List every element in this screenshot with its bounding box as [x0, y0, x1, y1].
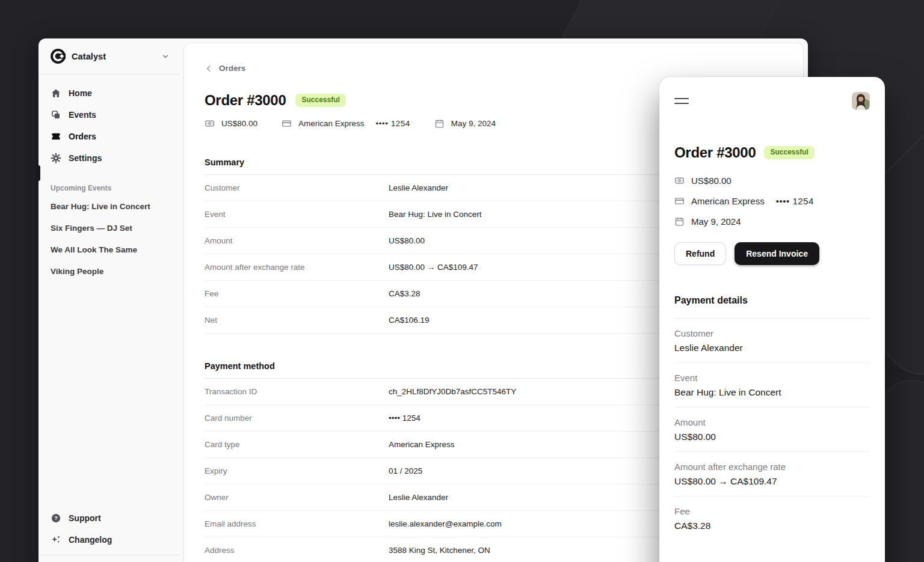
row-label: Amount	[674, 417, 870, 427]
sidebar-item-settings[interactable]: Settings	[46, 148, 173, 168]
breadcrumb[interactable]: Orders	[205, 64, 779, 73]
status-badge: Successful	[295, 94, 345, 106]
gear-icon	[51, 153, 61, 163]
user-menu[interactable]: Erica erica@example.com	[38, 555, 180, 562]
order-meta-list: US$80.00 American Express •••• 1254 May …	[674, 176, 870, 227]
banknote-icon	[205, 118, 215, 129]
order-amount: US$80.00	[221, 119, 257, 128]
row-label: Event	[205, 210, 389, 219]
payment-details-row: Amount US$80.00	[674, 408, 870, 452]
payment-details-row: Event Bear Hug: Live in Concert	[674, 363, 870, 408]
order-date: May 9, 2024	[451, 119, 496, 128]
team-switcher[interactable]: Catalyst	[38, 38, 180, 75]
payment-details-row: Customer Leslie Alexander	[674, 319, 870, 363]
sidebar-event-link[interactable]: Viking People	[46, 261, 173, 281]
menu-icon[interactable]	[674, 94, 689, 108]
order-amount-meta: US$80.00	[674, 176, 870, 186]
sidebar-item-label: Support	[69, 513, 101, 523]
banknote-icon	[674, 176, 685, 186]
svg-text:?: ?	[54, 515, 58, 521]
credit-card-icon	[282, 118, 292, 129]
active-nav-indicator	[38, 165, 40, 181]
events-icon	[51, 109, 61, 120]
row-label: Transaction ID	[205, 387, 389, 396]
sidebar-event-link[interactable]: We All Look The Same	[46, 239, 173, 260]
card-last4: •••• 1254	[376, 119, 410, 128]
row-label: Owner	[205, 493, 389, 502]
row-value: US$80.00 → CA$109.47	[674, 476, 870, 487]
row-label: Address	[205, 546, 389, 555]
row-label: Card type	[205, 440, 389, 449]
order-date: May 9, 2024	[691, 216, 741, 227]
order-card-meta: American Express •••• 1254	[674, 196, 870, 206]
credit-card-icon	[674, 196, 685, 206]
team-name: Catalyst	[72, 52, 106, 61]
page-title: Order #3000	[674, 144, 756, 161]
sidebar-item-label: Orders	[69, 132, 96, 141]
sidebar-item-label: Settings	[69, 153, 102, 163]
row-value: CA$3.28	[674, 521, 870, 531]
breadcrumb-label[interactable]: Orders	[219, 64, 245, 73]
row-label: Fee	[674, 506, 870, 516]
sidebar-item-label: Changelog	[69, 535, 112, 545]
order-card-meta: American Express •••• 1254	[282, 118, 410, 129]
question-circle-icon: ?	[51, 513, 61, 524]
row-value: US$80.00	[674, 432, 870, 442]
sidebar: Catalyst Home Events	[38, 38, 180, 562]
sidebar-item-label: Home	[69, 88, 92, 98]
status-badge: Successful	[764, 146, 814, 159]
row-label: Email address	[205, 519, 389, 528]
order-amount-meta: US$80.00	[205, 118, 257, 129]
payment-details-row: Fee CA$3.28	[674, 496, 870, 540]
row-label: Fee	[205, 289, 389, 298]
sidebar-item-events[interactable]: Events	[46, 105, 173, 125]
calendar-icon	[434, 118, 445, 129]
order-date-meta: May 9, 2024	[674, 216, 870, 227]
sidebar-item-support[interactable]: ? Support	[46, 508, 173, 528]
calendar-icon	[674, 216, 685, 227]
sidebar-item-changelog[interactable]: Changelog	[46, 530, 173, 550]
home-icon	[51, 88, 61, 99]
chevron-down-icon	[161, 52, 170, 61]
row-label: Net	[205, 316, 389, 325]
sidebar-footer-nav: ? Support Changelog	[38, 508, 180, 555]
order-amount: US$80.00	[691, 176, 732, 186]
order-date-meta: May 9, 2024	[434, 118, 496, 129]
upcoming-events-heading: Upcoming Events	[38, 184, 180, 192]
row-label: Event	[674, 373, 870, 383]
chevron-left-icon	[205, 64, 213, 73]
sidebar-item-orders[interactable]: Orders	[46, 126, 173, 147]
payment-details-heading: Payment details	[674, 295, 870, 306]
resend-invoice-button[interactable]: Resend Invoice	[735, 242, 819, 265]
sidebar-nav: Home Events Orders	[38, 75, 180, 168]
ticket-icon	[51, 131, 61, 142]
sidebar-event-link[interactable]: Six Fingers — DJ Set	[46, 218, 173, 238]
row-label: Amount after exchange rate	[205, 263, 389, 272]
catalyst-logo-icon	[51, 49, 66, 64]
card-brand: American Express	[298, 119, 365, 128]
row-label: Customer	[674, 328, 870, 338]
refund-button[interactable]: Refund	[674, 242, 726, 265]
row-value: Bear Hug: Live in Concert	[674, 387, 870, 398]
payment-details-row: Amount after exchange rate US$80.00 → CA…	[674, 452, 870, 496]
row-label: Expiry	[205, 466, 389, 475]
row-label: Card number	[205, 414, 389, 423]
avatar[interactable]	[852, 92, 870, 110]
sidebar-item-label: Events	[69, 110, 96, 120]
row-value: Leslie Alexander	[674, 343, 870, 353]
sidebar-item-home[interactable]: Home	[46, 83, 173, 103]
card-brand: American Express	[691, 196, 765, 206]
sidebar-event-link[interactable]: Bear Hug: Live in Concert	[46, 196, 173, 216]
upcoming-events-list: Bear Hug: Live in Concert Six Fingers — …	[38, 196, 180, 281]
mobile-preview-panel: Order #3000 Successful US$80.00 American…	[659, 77, 885, 562]
row-label: Amount after exchange rate	[674, 462, 870, 472]
sparkles-icon	[51, 534, 61, 545]
row-label: Customer	[205, 183, 389, 192]
row-label: Amount	[205, 236, 389, 245]
page-title: Order #3000	[205, 92, 286, 109]
card-last4: •••• 1254	[776, 196, 814, 206]
